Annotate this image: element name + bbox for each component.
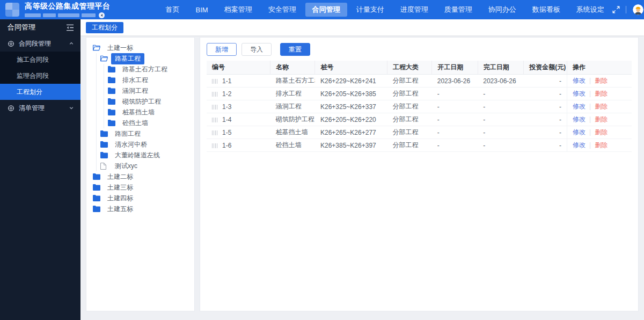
folder-icon [108, 88, 116, 94]
tree-node[interactable]: 土建三标 [89, 182, 192, 193]
tree-node[interactable]: 砌筑防护工程 [89, 96, 192, 107]
edit-link[interactable]: 修改 [573, 141, 586, 149]
nav-item[interactable]: 档案管理 [217, 3, 259, 17]
import-button[interactable]: 导入 [241, 43, 272, 56]
cell-code: 1-1 [207, 75, 270, 88]
edit-link[interactable]: 修改 [573, 90, 586, 97]
avatar[interactable] [633, 4, 643, 15]
cell-actions: 修改|删除 [567, 113, 632, 126]
tree-indent [93, 53, 100, 64]
edit-link[interactable]: 修改 [573, 77, 586, 84]
edit-link[interactable]: 修改 [573, 128, 586, 136]
tree-node-label: 清水河中桥 [111, 139, 151, 150]
delete-link[interactable]: 删除 [595, 115, 608, 123]
reset-button[interactable]: 重置 [280, 43, 310, 56]
folder-icon [108, 109, 116, 115]
tree-indent [100, 96, 108, 107]
folder-icon [108, 120, 116, 126]
tree-node[interactable]: 涵洞工程 [89, 85, 192, 96]
add-button[interactable]: 新增 [207, 43, 237, 56]
action-separator: | [589, 115, 591, 123]
delete-link[interactable]: 删除 [595, 128, 608, 136]
tree-indent [100, 107, 108, 118]
nav-item[interactable]: 进度管理 [393, 3, 435, 17]
tree-node-label: 大董岭隧道左线 [111, 150, 164, 161]
drag-handle-icon[interactable] [212, 130, 217, 135]
edit-link[interactable]: 修改 [573, 103, 586, 110]
tree-node[interactable]: 路基工程 [89, 53, 192, 64]
tree-node[interactable]: 桩基挡土墙 [89, 107, 192, 118]
tree-node[interactable]: 大董岭隧道左线 [89, 150, 192, 161]
toolbar: 新增 导入 重置 [207, 43, 632, 56]
delete-link[interactable]: 删除 [595, 141, 608, 149]
tree-indent [100, 85, 108, 96]
delete-link[interactable]: 删除 [595, 103, 608, 110]
tree-indent [93, 75, 100, 85]
action-separator: | [589, 77, 591, 84]
tree-node[interactable]: 土建四标 [89, 193, 192, 203]
folder-icon [108, 66, 116, 72]
nav-item[interactable]: 质量管理 [437, 3, 479, 17]
tab-project-division[interactable]: 工程划分 [86, 22, 123, 33]
tree-indent [93, 161, 100, 171]
sidebar-group[interactable]: 清单管理 [0, 100, 80, 116]
cell-category: 分部工程 [387, 100, 432, 113]
nav-item[interactable]: 计量支付 [349, 3, 391, 17]
cell-name: 砌筑防护工程 [270, 113, 315, 126]
sidebar-item[interactable]: 施工合同段 [0, 52, 80, 68]
folder-icon [93, 206, 101, 212]
delete-link[interactable]: 删除 [595, 77, 608, 84]
tree-node[interactable]: 排水工程 [89, 75, 192, 85]
brand-toggle-icon[interactable] [99, 12, 105, 18]
tree-indent [100, 118, 108, 128]
tree-node-label: 排水工程 [119, 75, 152, 86]
tree-node[interactable]: 土建五标 [89, 203, 192, 214]
folder-icon [100, 141, 108, 148]
tree-node-label: 涵洞工程 [119, 85, 152, 97]
drag-handle-icon[interactable] [212, 79, 217, 84]
project-tree: 土建一标路基工程路基土石方工程排水工程涵洞工程砌筑防护工程桩基挡土墙砼挡土墙路面… [89, 42, 192, 214]
nav-item[interactable]: 首页 [159, 3, 187, 17]
tree-node[interactable]: 路面工程 [89, 128, 192, 139]
delete-link[interactable]: 删除 [595, 90, 608, 97]
cell-end-date: - [478, 100, 524, 113]
drag-handle-icon[interactable] [212, 105, 217, 110]
tree-node-label: 砼挡土墙 [119, 118, 152, 129]
sidebar-collapse-icon[interactable] [66, 24, 74, 31]
cell-amount: - [524, 88, 567, 100]
tree-node-label: 路基工程 [111, 53, 144, 64]
cell-actions: 修改|删除 [567, 139, 632, 152]
nav-item[interactable]: 协同办公 [481, 3, 523, 17]
nav-item[interactable]: 安全管理 [261, 3, 303, 17]
fullscreen-icon[interactable] [612, 6, 620, 13]
project-tree-panel: 土建一标路基工程路基土石方工程排水工程涵洞工程砌筑防护工程桩基挡土墙砼挡土墙路面… [86, 37, 195, 311]
sidebar-item[interactable]: 工程划分 [0, 84, 80, 100]
drag-handle-icon[interactable] [212, 143, 217, 148]
tree-node[interactable]: 砼挡土墙 [89, 118, 192, 128]
column-header: 工程大类 [387, 61, 432, 75]
table-row: 1-6砼挡土墙K26+385~K26+397分部工程---修改|删除 [207, 139, 632, 152]
tree-node[interactable]: 土建一标 [89, 42, 192, 53]
tree-node[interactable]: 土建二标 [89, 171, 192, 182]
column-header: 完工日期 [478, 61, 524, 75]
tree-node-label: 土建二标 [104, 171, 137, 183]
drag-handle-icon[interactable] [212, 92, 217, 97]
tree-node[interactable]: 清水河中桥 [89, 139, 192, 150]
nav-item[interactable]: 系统设定 [569, 3, 611, 17]
nav-item[interactable]: 合同管理 [305, 3, 347, 17]
table-row: 1-5桩基挡土墙K26+265~K26+277分部工程---修改|删除 [207, 126, 632, 139]
sidebar-item[interactable]: 监理合同段 [0, 68, 80, 84]
tree-node[interactable]: 路基土石方工程 [89, 64, 192, 75]
tree-indent [93, 85, 100, 96]
nav-item[interactable]: BIM [189, 4, 215, 16]
sidebar-group[interactable]: 合同段管理 [0, 35, 80, 52]
sidebar-title: 合同管理 [8, 23, 35, 32]
nav-item[interactable]: 数据看板 [525, 3, 567, 17]
drag-handle-icon[interactable] [212, 118, 217, 122]
cell-start-date: 2023-06-26 [432, 75, 478, 88]
cell-start-date: - [432, 113, 478, 126]
table-row: 1-1路基土石方工程K26+229~K26+241分部工程2023-06-262… [207, 75, 632, 88]
edit-link[interactable]: 修改 [573, 115, 586, 123]
sidebar-header: 合同管理 [0, 19, 80, 35]
tree-node[interactable]: 测试xyc [89, 161, 192, 171]
